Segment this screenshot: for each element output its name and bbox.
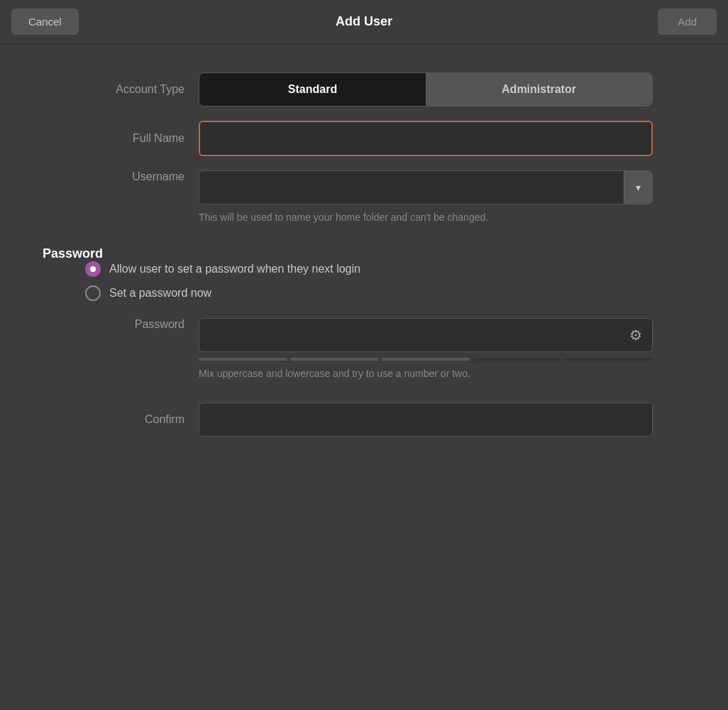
password-field-container: ⚙ Mix uppercase and lowercase and try to… — [199, 318, 685, 381]
username-input[interactable] — [199, 171, 624, 204]
strength-segment-5 — [564, 358, 653, 361]
strength-segment-1 — [199, 358, 287, 361]
username-row: Username ▾ This will be used to name you… — [43, 170, 685, 225]
radio-label-1: Allow user to set a password when they n… — [109, 263, 360, 275]
confirm-label: Confirm — [43, 413, 199, 426]
titlebar: Cancel Add User Add — [0, 0, 728, 44]
standard-account-button[interactable]: Standard — [199, 73, 426, 106]
password-radio-group: Allow user to set a password when they n… — [85, 261, 685, 301]
radio-option-2[interactable]: Set a password now — [85, 285, 685, 301]
radio-button-2[interactable] — [85, 285, 101, 301]
radio-button-1[interactable] — [85, 261, 101, 277]
dropdown-arrow-icon: ▾ — [636, 182, 641, 193]
password-row: Password ⚙ — [43, 318, 685, 381]
strength-segment-4 — [473, 358, 561, 361]
password-label: Password — [43, 318, 199, 331]
full-name-row: Full Name — [43, 121, 685, 156]
username-field: ▾ This will be used to name your home fo… — [199, 170, 685, 225]
username-wrapper: ▾ — [199, 170, 653, 204]
account-type-toggle: Standard Administrator — [199, 72, 653, 106]
username-hint: This will be used to name your home fold… — [199, 210, 653, 225]
confirm-input[interactable] — [199, 403, 653, 437]
password-generate-button[interactable]: ⚙ — [619, 327, 652, 344]
account-type-row: Account Type Standard Administrator — [43, 72, 685, 106]
account-type-field: Standard Administrator — [199, 72, 685, 106]
add-button[interactable]: Add — [658, 9, 717, 35]
confirm-row: Confirm — [43, 403, 685, 437]
username-label: Username — [43, 170, 199, 183]
password-heading: Password — [43, 246, 103, 261]
password-wrapper: ⚙ — [199, 318, 653, 352]
strength-segment-2 — [290, 358, 379, 361]
password-section: Password Allow user to set a password wh… — [43, 246, 685, 437]
username-dropdown-button[interactable]: ▾ — [624, 171, 652, 204]
dialog-content: Account Type Standard Administrator Full… — [0, 44, 728, 710]
password-strength-meter — [199, 358, 653, 361]
cancel-button[interactable]: Cancel — [11, 9, 79, 35]
add-user-dialog: Cancel Add User Add Account Type Standar… — [0, 0, 728, 710]
full-name-input[interactable] — [199, 121, 653, 156]
password-gen-icon: ⚙ — [629, 327, 642, 344]
radio-label-2: Set a password now — [109, 287, 211, 300]
full-name-field — [199, 121, 685, 156]
confirm-field-container — [199, 403, 685, 437]
full-name-label: Full Name — [43, 132, 199, 145]
account-type-label: Account Type — [43, 83, 199, 96]
strength-segment-3 — [382, 358, 470, 361]
password-hint: Mix uppercase and lowercase and try to u… — [199, 366, 653, 381]
password-input[interactable] — [199, 319, 619, 351]
administrator-account-button[interactable]: Administrator — [426, 73, 652, 106]
dialog-title: Add User — [336, 14, 392, 29]
radio-option-1[interactable]: Allow user to set a password when they n… — [85, 261, 685, 277]
